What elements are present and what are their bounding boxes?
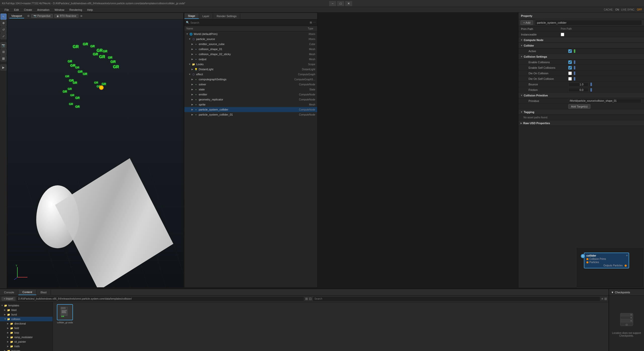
raw-usd-section[interactable]: ▶ Raw USD Properties xyxy=(518,120,644,126)
file-item-field[interactable]: ▶ 📁 field xyxy=(0,326,53,330)
tree-item-geometry-replicator[interactable]: ▶ ▪ geometry_replicator ComputeNode xyxy=(184,97,317,102)
node-add-button[interactable]: + xyxy=(581,254,585,258)
enable-collisions-checkbox[interactable] xyxy=(568,60,572,64)
file-item-templates[interactable]: ▼ 📁 templates xyxy=(0,303,53,308)
camera-tool-button[interactable]: 📷 xyxy=(1,42,7,48)
collision-settings-section[interactable]: ▼ Collision Settings xyxy=(518,54,644,59)
state-icon: ▪ xyxy=(194,87,198,91)
tab-render-settings[interactable]: Render Settings xyxy=(213,14,240,19)
content-search-input[interactable] xyxy=(313,296,600,301)
snap-tool-button[interactable]: ⊞ xyxy=(1,49,7,55)
tree-item-particle-system-collider[interactable]: ▶ ▪ particle_system_collider ComputeNode xyxy=(184,107,317,112)
die-on-collision-checkbox[interactable] xyxy=(568,72,572,75)
tree-item-state[interactable]: ▶ ▪ state State xyxy=(184,87,317,92)
node-port-particles: Particles xyxy=(586,261,627,264)
active-checkbox[interactable] xyxy=(568,49,572,53)
die-on-self-collision-checkbox[interactable] xyxy=(568,77,572,81)
menu-help[interactable]: Help xyxy=(85,8,96,12)
primitive-input[interactable] xyxy=(568,99,641,103)
instanceable-checkbox[interactable] xyxy=(561,33,564,36)
menu-rendering[interactable]: Rendering xyxy=(67,8,85,12)
gr-label-12: GR xyxy=(70,63,75,67)
menu-window[interactable]: Window xyxy=(52,8,67,12)
compute-node-section[interactable]: ▼ Compute Node xyxy=(518,37,644,43)
tree-item-sprite[interactable]: ▶ ▪ sprite Mesh xyxy=(184,102,317,107)
tree-item-collision-02[interactable]: ▶ ▪ collision_shape_02_sticky Mesh xyxy=(184,52,317,57)
tree-item-output[interactable]: ▶ ▪ output Mesh xyxy=(184,57,317,62)
file-item-blast[interactable]: ▶ 📁 blast xyxy=(0,308,53,312)
rotate-tool-button[interactable]: ↺ xyxy=(1,27,7,33)
collision-folder-icon: 📁 xyxy=(7,318,11,321)
file-item-textures[interactable]: ▶ 📁 textures xyxy=(0,348,53,351)
tab-console[interactable]: Console xyxy=(0,290,18,295)
menu-create[interactable]: Create xyxy=(21,8,35,12)
tab-layer[interactable]: Layer xyxy=(199,14,213,19)
node-menu-button[interactable]: ≡ xyxy=(626,254,628,257)
move-tool-button[interactable]: ✥ xyxy=(1,20,7,26)
tree-item-computegraph-settings[interactable]: ▶ ▪ computegraphSettings ComputeGraphS..… xyxy=(184,77,317,82)
close-button[interactable]: ✕ xyxy=(345,1,352,6)
menu-file[interactable]: File xyxy=(2,8,12,12)
bounce-input[interactable] xyxy=(568,82,588,86)
tree-item-distantlight[interactable]: ▶ 💡 DistantLight DistantLight xyxy=(184,67,317,72)
content-main: GR collider_gr.usda xyxy=(53,302,609,351)
filter-icon[interactable]: ⊞ xyxy=(310,21,312,24)
search-filter-icon[interactable]: ⊡ xyxy=(309,297,312,301)
tagging-section[interactable]: ▼ Tagging xyxy=(518,109,644,115)
collision-primitive-section[interactable]: ▼ Collision Primitive xyxy=(518,93,644,98)
file-item-trails[interactable]: ▶ 📁 trails xyxy=(0,344,53,348)
tree-arrow-effect: ▼ xyxy=(188,73,191,76)
import-button[interactable]: + Import xyxy=(2,297,15,301)
menu-edit[interactable]: Edit xyxy=(12,8,21,12)
rtx-button[interactable]: ◉ RTX Real-time xyxy=(54,14,78,18)
minimize-button[interactable]: − xyxy=(329,1,336,6)
tree-item-solver[interactable]: ▶ ▪ solver ComputeNode xyxy=(184,82,317,87)
prim-name-input[interactable] xyxy=(535,20,642,25)
tab-stage[interactable]: Stage xyxy=(184,13,199,19)
perspective-button[interactable]: 📷 Perspective xyxy=(31,14,53,18)
collider-node[interactable]: + collider ≡ Collision Prims Particles O… xyxy=(584,253,629,268)
tab-blast[interactable]: Blast xyxy=(36,290,51,295)
stage-search-input[interactable] xyxy=(190,21,309,24)
content-thumb-collider-gr[interactable]: GR collider_gr.usda xyxy=(55,304,75,324)
file-item-sit-painter[interactable]: ▶ 📁 sit_painter xyxy=(0,339,53,344)
tree-item-particle-system-collider-01[interactable]: ▶ ▪ particle_system_collider_01 ComputeN… xyxy=(184,112,317,117)
eye-icon[interactable]: 👁 xyxy=(80,15,83,18)
play-button[interactable]: ▶ xyxy=(1,64,7,71)
select-tool-button[interactable]: ↖ xyxy=(1,14,7,20)
list-icon-content[interactable]: ≡ xyxy=(601,297,603,301)
tagging-title: Tagging xyxy=(524,111,534,114)
add-targets-button[interactable]: Add Target(s) xyxy=(568,104,590,109)
gear-icon[interactable]: ⚙ xyxy=(27,14,30,18)
options-icon[interactable]: ⋯ xyxy=(313,21,316,24)
file-item-burst[interactable]: ▶ 📁 burst xyxy=(0,312,53,317)
tree-item-emitter-cube[interactable]: ▶ ▪ emitter_source_cube Cube xyxy=(184,42,317,47)
tree-item-effect[interactable]: ▼ ⬡ effect ComputeGraph xyxy=(184,72,317,77)
menu-animation[interactable]: Animation xyxy=(35,8,52,12)
outputs-label: Outputs Particles xyxy=(603,264,623,267)
tree-item-looks[interactable]: ▼ 📁 Looks Scope xyxy=(184,62,317,67)
file-item-loop[interactable]: ▶ 📁 loop xyxy=(0,330,53,335)
tab-content[interactable]: Content xyxy=(18,290,36,295)
maximize-button[interactable]: □ xyxy=(337,1,344,6)
tree-item-collision-01[interactable]: ▶ ▪ collision_shape_01 Mesh xyxy=(184,47,317,52)
friction-input[interactable] xyxy=(568,88,588,92)
node-graph: + collider ≡ Collision Prims Particles O… xyxy=(576,247,644,288)
content-path-input[interactable] xyxy=(16,296,304,301)
file-item-directional[interactable]: ▶ 📁 directional xyxy=(0,321,53,326)
grid-tool-button[interactable]: ▦ xyxy=(1,55,7,61)
enable-self-collisions-checkbox[interactable] xyxy=(568,66,572,69)
file-item-collision[interactable]: ▼ 📁 collision xyxy=(0,317,53,321)
tree-item-particle-source[interactable]: ▼ ⬡ particle_source Xform xyxy=(184,37,317,42)
file-item-ramp-modulator[interactable]: ▶ 📁 ramp_modulator xyxy=(0,335,53,339)
viewport-tab[interactable]: Viewport xyxy=(9,14,24,18)
collider-section[interactable]: ▼ Collider xyxy=(518,43,644,48)
scale-tool-button[interactable]: ⤢ xyxy=(1,33,7,39)
filter-icon-content2[interactable]: ⊞ xyxy=(604,297,607,301)
add-property-button[interactable]: + Add xyxy=(520,20,533,25)
filter-icon-content[interactable]: ⊞ xyxy=(305,297,308,301)
viewport-canvas[interactable]: GR GR GR GR GR GR GR GR GR GR GR GR GR G… xyxy=(7,19,183,287)
tree-item-world[interactable]: ▼ 🌐 World (defaultPrim) Xform xyxy=(184,31,317,37)
output-type: Mesh xyxy=(285,58,315,61)
tree-item-emitter[interactable]: ▶ ▪ emitter ComputeNode xyxy=(184,92,317,97)
